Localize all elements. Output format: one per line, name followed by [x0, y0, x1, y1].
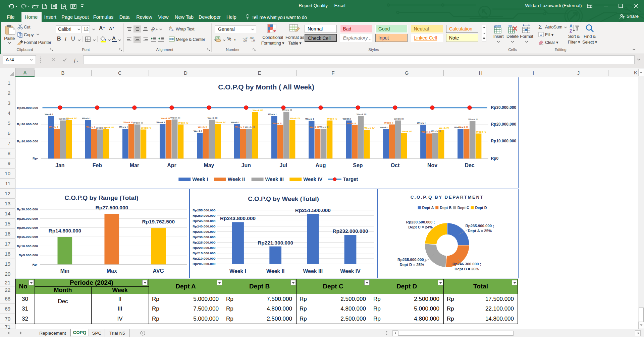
- svg-text:Week III: Week III: [208, 117, 218, 120]
- svg-text:Rp251.500.000: Rp251.500.000: [295, 207, 331, 213]
- svg-text:x: x: [76, 59, 78, 63]
- svg-text:Week IV: Week IV: [401, 130, 412, 133]
- svg-text:Target: Target: [343, 176, 358, 182]
- svg-text:Rp10.000.000: Rp10.000.000: [17, 244, 38, 248]
- svg-text:Rp30.000.000: Rp30.000.000: [491, 105, 516, 110]
- svg-text:Week II: Week II: [459, 126, 468, 129]
- svg-text:Dept A = 25%: Dept A = 25%: [468, 229, 492, 233]
- svg-text:Rp243.800.000: Rp243.800.000: [220, 215, 256, 221]
- svg-text:Week III: Week III: [133, 121, 143, 124]
- svg-text:Week II: Week II: [384, 121, 393, 124]
- svg-text:Week III: Week III: [245, 126, 255, 129]
- svg-text:Week III: Week III: [394, 117, 404, 120]
- svg-text:Rp255.000.000: Rp255.000.000: [193, 208, 216, 212]
- svg-text:Week IV: Week IV: [364, 127, 375, 130]
- svg-text:Rp27.500.000: Rp27.500.000: [96, 205, 128, 210]
- svg-text:Jan: Jan: [55, 162, 64, 168]
- svg-text:Min: Min: [60, 268, 69, 274]
- svg-text:Feb: Feb: [93, 162, 102, 168]
- svg-text:Dept D: Dept D: [475, 206, 487, 210]
- svg-text:Rp221.300.000: Rp221.300.000: [258, 240, 293, 246]
- svg-text:≠: ≠: [273, 28, 276, 34]
- svg-text:Rp30.000.000: Rp30.000.000: [17, 106, 38, 110]
- svg-text:.00: .00: [243, 39, 247, 42]
- svg-text:Week IV: Week IV: [141, 126, 151, 129]
- svg-text:Week IV: Week IV: [178, 121, 189, 124]
- svg-text:Week I: Week I: [45, 113, 53, 116]
- svg-text:Week II: Week II: [228, 176, 245, 182]
- svg-text:Rp20.000.000: Rp20.000.000: [17, 226, 38, 229]
- svg-text:Week I: Week I: [380, 126, 388, 129]
- svg-text:Week II: Week II: [235, 126, 244, 129]
- svg-text:Week III: Week III: [170, 116, 180, 119]
- svg-text:Jun: Jun: [241, 162, 251, 168]
- svg-text:Rp14.800.000: Rp14.800.000: [49, 228, 81, 233]
- svg-text:Oct: Oct: [391, 162, 400, 168]
- svg-text:f: f: [74, 58, 76, 63]
- svg-text:C.O.P.Q BY DEPARTMENT: C.O.P.Q BY DEPARTMENT: [411, 195, 484, 200]
- svg-text:A: A: [570, 24, 573, 28]
- svg-text:Rp215.000.000: Rp215.000.000: [193, 251, 216, 255]
- svg-text:Apr: Apr: [167, 162, 176, 168]
- svg-text:ab: ab: [151, 26, 156, 32]
- svg-text:Rp-: Rp-: [33, 156, 38, 160]
- svg-text:Week IV: Week IV: [290, 117, 300, 120]
- svg-text:Rp250.000.000: Rp250.000.000: [193, 214, 216, 217]
- svg-text:Week III: Week III: [303, 268, 323, 274]
- svg-text:Rp235.900.000 ;: Rp235.900.000 ;: [465, 224, 494, 228]
- svg-text:Rp230.500.000 ;: Rp230.500.000 ;: [406, 220, 435, 224]
- svg-text:Rp20.000.000: Rp20.000.000: [491, 122, 516, 127]
- svg-text:Week I: Week I: [305, 118, 314, 121]
- svg-text:C.O.P.Q by Month ( All Week): C.O.P.Q by Month ( All Week): [218, 83, 314, 91]
- svg-text:Week III: Week III: [357, 113, 367, 116]
- svg-text:Max: Max: [107, 268, 117, 274]
- svg-text:→.0: →.0: [250, 39, 255, 42]
- svg-text:Week IV: Week IV: [66, 117, 77, 120]
- svg-text:Week IV: Week IV: [439, 127, 449, 130]
- svg-text:Rp235.000.000: Rp235.000.000: [193, 230, 216, 233]
- svg-text:Rp235.900.000 ;: Rp235.900.000 ;: [397, 258, 426, 262]
- svg-text:Week II: Week II: [347, 122, 356, 125]
- svg-text:Rp210.000.000: Rp210.000.000: [193, 257, 216, 260]
- svg-text:Week IV: Week IV: [104, 126, 114, 129]
- svg-text:Week I: Week I: [417, 122, 425, 125]
- svg-text:Dec: Dec: [465, 162, 474, 168]
- svg-text:Week III: Week III: [265, 176, 284, 182]
- svg-text:Aug: Aug: [315, 162, 326, 168]
- svg-text:Week III: Week III: [431, 130, 441, 133]
- svg-text:Week II: Week II: [198, 126, 207, 129]
- svg-text:Week II: Week II: [86, 126, 95, 129]
- svg-text:Rp15.000.000: Rp15.000.000: [17, 235, 38, 239]
- svg-text:Rp230.000.000: Rp230.000.000: [193, 235, 216, 239]
- svg-text:Week IV: Week IV: [253, 109, 263, 112]
- svg-text:Rp25.000.000: Rp25.000.000: [17, 217, 38, 220]
- svg-text:AVG: AVG: [153, 268, 164, 274]
- svg-text:Week I: Week I: [119, 126, 127, 129]
- svg-text:C.O.P.Q by Week (Total): C.O.P.Q by Week (Total): [248, 195, 319, 202]
- svg-text:Rp0: Rp0: [491, 156, 498, 161]
- svg-text:Rp10.000.000: Rp10.000.000: [17, 139, 38, 143]
- svg-text:Week I: Week I: [194, 130, 202, 133]
- svg-text:Week II: Week II: [49, 126, 58, 129]
- svg-text:Dept C = 24%: Dept C = 24%: [408, 225, 433, 229]
- svg-text:Dept C: Dept C: [458, 206, 469, 210]
- svg-text:Week IV: Week IV: [215, 121, 226, 124]
- svg-text:Week I: Week I: [229, 268, 246, 274]
- svg-text:Week II: Week II: [161, 117, 170, 120]
- svg-text:Rp20.000.000: Rp20.000.000: [17, 122, 38, 126]
- svg-text:C.O.P.Q by Range (Total): C.O.P.Q by Range (Total): [64, 194, 138, 201]
- svg-text:Z: Z: [570, 29, 572, 33]
- svg-text:Rp19.762.500: Rp19.762.500: [142, 219, 175, 224]
- svg-text:Week IV: Week IV: [303, 176, 322, 182]
- svg-text:Week III: Week III: [468, 118, 478, 121]
- svg-text:Rp5.000.000: Rp5.000.000: [19, 253, 38, 257]
- svg-text:Rp245.000.000: Rp245.000.000: [193, 219, 216, 223]
- svg-text:Rp246.300.000 ;: Rp246.300.000 ;: [452, 262, 481, 266]
- svg-text:Week IV: Week IV: [340, 268, 361, 274]
- svg-text:Week II: Week II: [123, 121, 132, 124]
- svg-text:Week IV: Week IV: [327, 117, 337, 120]
- svg-text:Rp30.000.000: Rp30.000.000: [17, 207, 38, 211]
- svg-text:Rp232.000.000: Rp232.000.000: [333, 228, 368, 234]
- svg-text:Week I: Week I: [82, 117, 90, 120]
- svg-text:Week II: Week II: [421, 130, 430, 133]
